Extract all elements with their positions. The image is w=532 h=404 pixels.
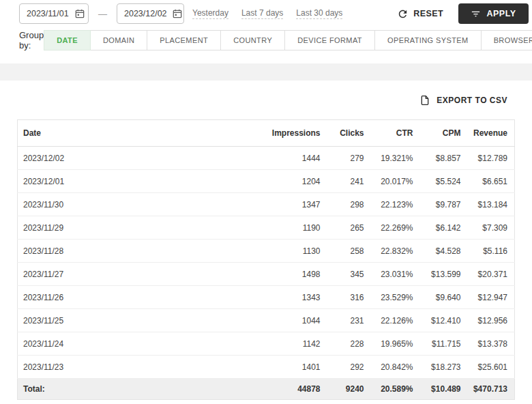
table-body: 2023/12/02144427919.321%$8.857$12.789202… bbox=[18, 147, 515, 379]
value-cell: 23.529% bbox=[371, 286, 420, 309]
value-cell: 298 bbox=[327, 193, 371, 216]
value-cell: 241 bbox=[327, 170, 371, 193]
col-header-cpm: CPM bbox=[420, 120, 468, 147]
value-cell: $6.651 bbox=[468, 170, 515, 193]
date-cell: 2023/11/30 bbox=[18, 193, 256, 216]
total-impressions: 44878 bbox=[256, 379, 327, 400]
value-cell: $20.371 bbox=[468, 263, 515, 286]
calendar-icon[interactable] bbox=[172, 8, 183, 19]
date-cell: 2023/11/24 bbox=[18, 332, 256, 356]
value-cell: 316 bbox=[327, 286, 371, 309]
date-from-input[interactable] bbox=[19, 3, 89, 24]
value-cell: 345 bbox=[327, 263, 371, 286]
group-by-tabs: DATE DOMAIN PLACEMENT COUNTRY DEVICE FOR… bbox=[44, 30, 532, 50]
value-cell: 1130 bbox=[256, 240, 327, 263]
value-cell: $4.528 bbox=[420, 240, 468, 263]
table-row: 2023/11/26134331623.529%$9.640$12.947 bbox=[18, 286, 515, 309]
value-cell: $9.640 bbox=[420, 286, 468, 309]
export-label: EXPORT TO CSV bbox=[437, 96, 507, 105]
quick-range-links: Yesterday Last 7 days Last 30 days bbox=[192, 8, 342, 19]
refresh-icon bbox=[397, 8, 409, 20]
date-cell: 2023/12/01 bbox=[18, 170, 256, 193]
value-cell: 1044 bbox=[256, 309, 327, 332]
value-cell: $13.378 bbox=[468, 332, 515, 356]
value-cell: $5.524 bbox=[420, 170, 468, 193]
tab-device-format[interactable]: DEVICE FORMAT bbox=[284, 30, 375, 50]
value-cell: 228 bbox=[327, 332, 371, 356]
total-row: Total: 44878 9240 20.589% $10.489 $470.7… bbox=[18, 379, 515, 400]
table-row: 2023/11/29119026522.269%$6.142$7.309 bbox=[18, 216, 515, 240]
file-icon bbox=[419, 95, 430, 106]
table-row: 2023/11/23140129220.842%$18.273$25.601 bbox=[18, 356, 515, 379]
tab-operating-system[interactable]: OPERATING SYSTEM bbox=[374, 30, 482, 50]
apply-button[interactable]: APPLY bbox=[458, 3, 529, 24]
table-header-row: Date Impressions Clicks CTR CPM Revenue bbox=[18, 120, 515, 147]
date-cell: 2023/11/23 bbox=[18, 356, 256, 379]
date-to-input[interactable] bbox=[117, 3, 184, 24]
reset-button[interactable]: RESET bbox=[397, 8, 443, 20]
value-cell: $7.309 bbox=[468, 216, 515, 240]
table-row: 2023/11/24114222819.965%$11.715$13.378 bbox=[18, 332, 515, 356]
col-header-ctr: CTR bbox=[371, 120, 420, 147]
value-cell: $9.787 bbox=[420, 193, 468, 216]
value-cell: 1204 bbox=[256, 170, 327, 193]
value-cell: 1498 bbox=[256, 263, 327, 286]
table-row: 2023/11/27149834523.031%$13.599$20.371 bbox=[18, 263, 515, 286]
value-cell: 1343 bbox=[256, 286, 327, 309]
value-cell: 20.017% bbox=[371, 170, 420, 193]
tab-domain[interactable]: DOMAIN bbox=[90, 30, 147, 50]
date-cell: 2023/11/25 bbox=[18, 309, 256, 332]
quick-range-last-7-days[interactable]: Last 7 days bbox=[241, 8, 283, 19]
date-to-value[interactable] bbox=[124, 9, 172, 18]
date-from-value[interactable] bbox=[27, 9, 74, 18]
date-cell: 2023/11/29 bbox=[18, 216, 256, 240]
export-to-csv-button[interactable]: EXPORT TO CSV bbox=[419, 95, 507, 106]
table-row: 2023/11/25104423122.126%$12.410$12.956 bbox=[18, 309, 515, 332]
value-cell: 22.832% bbox=[371, 240, 420, 263]
col-header-date: Date bbox=[18, 120, 256, 147]
tab-date[interactable]: DATE bbox=[44, 30, 91, 50]
total-revenue: $470.713 bbox=[468, 379, 515, 400]
col-header-impressions: Impressions bbox=[256, 120, 327, 147]
value-cell: 258 bbox=[327, 240, 371, 263]
calendar-icon[interactable] bbox=[74, 8, 85, 19]
group-by-label: Group by: bbox=[19, 30, 44, 50]
value-cell: $12.947 bbox=[468, 286, 515, 309]
table-row: 2023/11/28113025822.832%$4.528$5.116 bbox=[18, 240, 515, 263]
value-cell: 1190 bbox=[256, 216, 327, 240]
table-row: 2023/12/02144427919.321%$8.857$12.789 bbox=[18, 147, 515, 170]
value-cell: $11.715 bbox=[420, 332, 468, 356]
value-cell: 1142 bbox=[256, 332, 327, 356]
value-cell: 20.842% bbox=[371, 356, 420, 379]
filter-icon bbox=[471, 9, 481, 19]
value-cell: $5.116 bbox=[468, 240, 515, 263]
quick-range-yesterday[interactable]: Yesterday bbox=[192, 8, 228, 19]
value-cell: $12.789 bbox=[468, 147, 515, 170]
table-row: 2023/11/30134729822.123%$9.787$13.184 bbox=[18, 193, 515, 216]
date-range-separator: — bbox=[98, 9, 107, 19]
reset-label: RESET bbox=[413, 9, 443, 18]
value-cell: $12.956 bbox=[468, 309, 515, 332]
value-cell: $8.857 bbox=[420, 147, 468, 170]
value-cell: $13.599 bbox=[420, 263, 468, 286]
tab-country[interactable]: COUNTRY bbox=[220, 30, 285, 50]
group-by-row: Group by: DATE DOMAIN PLACEMENT COUNTRY … bbox=[0, 27, 532, 53]
date-cell: 2023/11/28 bbox=[18, 240, 256, 263]
tab-placement[interactable]: PLACEMENT bbox=[147, 30, 221, 50]
report-table: Date Impressions Clicks CTR CPM Revenue … bbox=[17, 119, 515, 400]
table-row: 2023/12/01120424120.017%$5.524$6.651 bbox=[18, 170, 515, 193]
date-cell: 2023/11/26 bbox=[18, 286, 256, 309]
value-cell: 231 bbox=[327, 309, 371, 332]
value-cell: 1401 bbox=[256, 356, 327, 379]
total-cpm: $10.489 bbox=[420, 379, 468, 400]
value-cell: $25.601 bbox=[468, 356, 515, 379]
value-cell: 292 bbox=[327, 356, 371, 379]
tab-browser[interactable]: BROWSER bbox=[481, 30, 532, 50]
value-cell: $12.410 bbox=[420, 309, 468, 332]
value-cell: 23.031% bbox=[371, 263, 420, 286]
value-cell: 22.269% bbox=[371, 216, 420, 240]
apply-label: APPLY bbox=[486, 9, 516, 18]
quick-range-last-30-days[interactable]: Last 30 days bbox=[296, 8, 342, 19]
export-row: EXPORT TO CSV bbox=[0, 81, 532, 106]
value-cell: 19.965% bbox=[371, 332, 420, 356]
